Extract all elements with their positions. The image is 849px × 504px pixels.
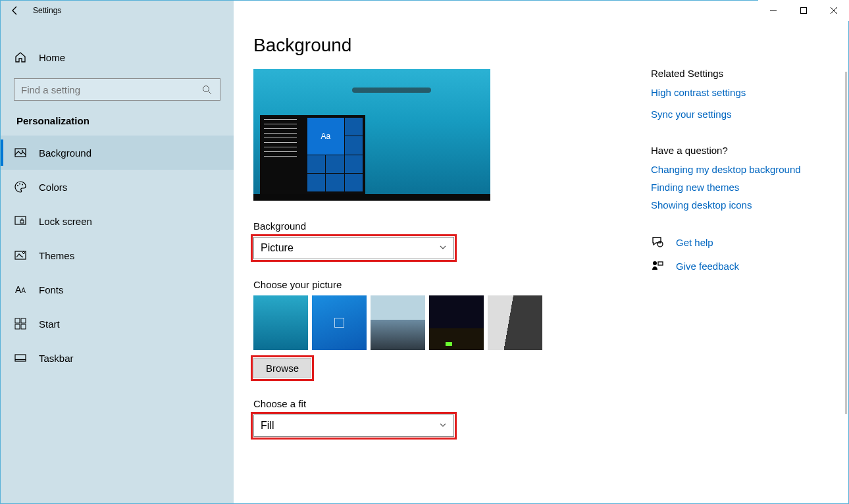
sidebar-item-label: Taskbar — [39, 353, 74, 364]
start-icon — [14, 317, 27, 330]
home-label: Home — [39, 52, 65, 63]
sidebar-item-lockscreen[interactable]: Lock screen — [1, 204, 234, 238]
fit-dropdown-value: Fill — [261, 420, 274, 432]
sidebar-item-label: Lock screen — [39, 216, 92, 227]
choose-fit-label: Choose a fit — [253, 398, 651, 409]
related-heading: Related Settings — [651, 68, 829, 79]
picture-thumb-2[interactable] — [312, 295, 367, 350]
home-nav[interactable]: Home — [1, 43, 234, 72]
titlebar: Settings — [0, 0, 849, 21]
link-desktop-icons[interactable]: Showing desktop icons — [651, 199, 829, 211]
right-column: Related Settings High contrast settings … — [651, 68, 829, 503]
browse-button[interactable]: Browse — [253, 358, 311, 378]
scrollbar[interactable] — [845, 72, 847, 414]
minimize-button[interactable] — [758, 0, 788, 21]
svg-point-7 — [22, 150, 23, 151]
window-title: Settings — [30, 6, 61, 15]
preview-sample-text: Aa — [307, 118, 344, 155]
background-label: Background — [253, 220, 651, 232]
svg-point-10 — [22, 184, 23, 186]
sidebar-item-themes[interactable]: Themes — [1, 238, 234, 272]
sidebar: Home Personalization Background Colors L… — [1, 1, 234, 503]
question-heading: Have a question? — [651, 145, 829, 156]
sidebar-item-label: Colors — [39, 182, 67, 193]
link-sync-settings[interactable]: Sync your settings — [651, 109, 829, 120]
link-finding-themes[interactable]: Finding new themes — [651, 182, 829, 193]
palette-icon — [14, 180, 27, 193]
chevron-down-icon — [439, 420, 447, 432]
fit-dropdown[interactable]: Fill — [253, 415, 454, 437]
sidebar-item-colors[interactable]: Colors — [1, 170, 234, 204]
chat-icon — [651, 236, 664, 249]
svg-rect-22 — [658, 262, 663, 265]
picture-thumb-1[interactable] — [253, 295, 308, 350]
sidebar-item-start[interactable]: Start — [1, 307, 234, 341]
svg-rect-15 — [21, 318, 26, 323]
link-get-help[interactable]: Get help — [676, 237, 713, 248]
sidebar-item-background[interactable]: Background — [1, 136, 234, 170]
background-dropdown[interactable]: Picture — [253, 237, 454, 259]
chevron-down-icon — [439, 242, 447, 254]
svg-rect-16 — [15, 324, 20, 329]
choose-picture-label: Choose your picture — [253, 279, 651, 290]
sidebar-item-fonts[interactable]: AA Fonts — [1, 272, 234, 307]
feedback-icon — [651, 259, 664, 272]
search-icon — [200, 83, 213, 96]
fonts-icon: AA — [14, 283, 27, 296]
desktop-preview: Aa — [253, 69, 490, 201]
picture-icon — [14, 146, 27, 159]
svg-point-21 — [653, 261, 657, 265]
taskbar-icon — [14, 351, 27, 365]
main-content: Background Aa Background Picture — [234, 1, 848, 503]
background-dropdown-value: Picture — [261, 242, 294, 254]
home-icon — [14, 51, 27, 64]
sidebar-item-label: Themes — [39, 250, 74, 261]
sidebar-item-label: Fonts — [39, 284, 64, 295]
picture-thumbnails — [253, 295, 651, 350]
page-title: Background — [253, 35, 651, 56]
picture-thumb-5[interactable] — [488, 295, 542, 350]
svg-rect-17 — [21, 324, 26, 329]
themes-icon — [14, 249, 27, 262]
picture-thumb-4[interactable] — [429, 295, 484, 350]
svg-rect-12 — [20, 220, 24, 223]
link-high-contrast[interactable]: High contrast settings — [651, 87, 829, 98]
close-button[interactable] — [819, 0, 849, 21]
picture-thumb-3[interactable] — [371, 295, 425, 350]
back-button[interactable] — [0, 0, 30, 21]
category-heading: Personalization — [1, 101, 234, 136]
svg-point-9 — [19, 184, 20, 185]
maximize-button[interactable] — [788, 0, 819, 21]
svg-line-5 — [208, 91, 211, 94]
sidebar-item-taskbar[interactable]: Taskbar — [1, 341, 234, 375]
svg-rect-1 — [801, 8, 807, 14]
link-give-feedback[interactable]: Give feedback — [676, 261, 739, 272]
link-changing-background[interactable]: Changing my desktop background — [651, 164, 829, 175]
sidebar-item-label: Start — [39, 318, 60, 330]
lockscreen-icon — [14, 214, 27, 228]
sidebar-item-label: Background — [39, 147, 91, 159]
search-input[interactable] — [21, 84, 179, 95]
svg-rect-14 — [15, 318, 20, 323]
svg-rect-18 — [15, 355, 26, 361]
svg-point-4 — [203, 86, 209, 91]
search-box[interactable] — [14, 78, 220, 101]
svg-point-8 — [17, 185, 18, 186]
svg-point-20 — [657, 241, 663, 247]
